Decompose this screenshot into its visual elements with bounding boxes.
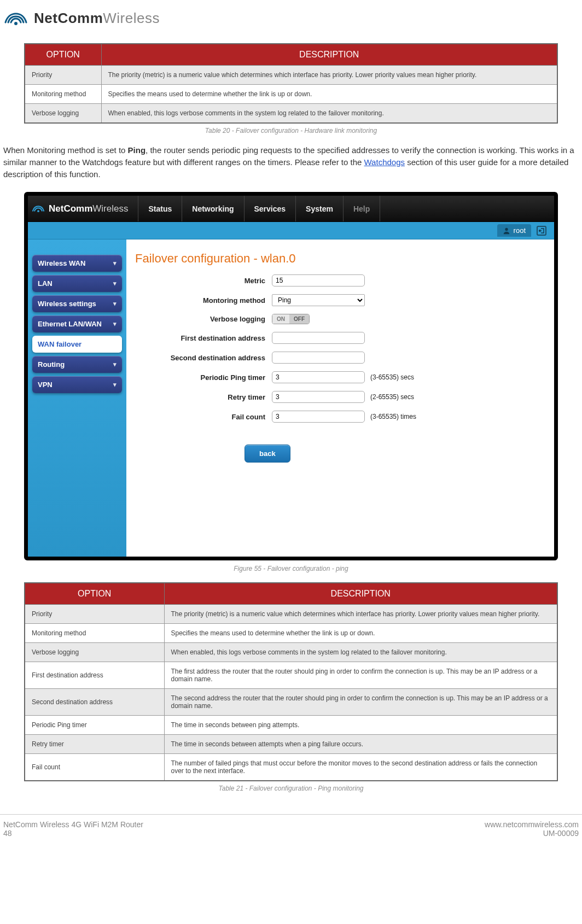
monitoring-method-label: Montoring method (135, 296, 272, 305)
page-header: NetCommWireless (0, 5, 582, 43)
chevron-down-icon: ▾ (113, 280, 117, 287)
option-cell: Priority (25, 66, 101, 85)
sidebar-item-label: WAN failover (38, 340, 82, 348)
sidebar: Wireless WAN▾LAN▾Wireless settings▾Ether… (28, 239, 126, 557)
option-cell: Second destination address (25, 689, 164, 716)
toggle-on: ON (272, 314, 289, 324)
first-destination-label: First destination address (135, 334, 272, 342)
sidebar-item[interactable]: Ethernet LAN/WAN▾ (32, 315, 122, 332)
brand-light: Wireless (103, 10, 160, 26)
table-row: Retry timerThe time in seconds between a… (25, 735, 557, 754)
form-panel: Failover configuration - wlan.0 Metric M… (126, 239, 554, 557)
sidebar-item[interactable]: WAN failover (32, 336, 122, 353)
periodic-ping-timer-label: Periodic Ping timer (135, 373, 272, 382)
svg-point-2 (505, 228, 508, 231)
sidebar-item[interactable]: Wireless WAN▾ (32, 255, 122, 272)
user-name: root (514, 226, 526, 235)
sidebar-item-label: Wireless WAN (38, 259, 85, 267)
footer-doc-id: UM-00009 (485, 829, 579, 838)
brand-logo-text: NetCommWireless (34, 10, 160, 27)
nav-services[interactable]: Services (244, 196, 296, 221)
table-21-header-description: DESCRIPTION (164, 583, 557, 605)
monitoring-method-select[interactable]: Ping (272, 294, 365, 306)
metric-label: Metric (135, 277, 272, 285)
logout-icon[interactable] (537, 226, 546, 236)
panel-title: Failover configuration - wlan.0 (135, 252, 554, 266)
router-ui-screenshot: NetCommWireless Status Networking Servic… (24, 192, 558, 560)
retry-timer-hint: (2-65535) secs (370, 393, 414, 401)
sidebar-item-label: LAN (38, 279, 53, 288)
periodic-ping-timer-hint: (3-65535) secs (370, 373, 414, 381)
description-cell: The priority (metric) is a numeric value… (164, 605, 557, 624)
para-pre: When Monitoring method is set to (3, 145, 128, 155)
option-cell: First destination address (25, 662, 164, 689)
chevron-down-icon: ▾ (113, 300, 117, 307)
back-button[interactable]: back (245, 445, 290, 463)
table-20-wrap: OPTION DESCRIPTION PriorityThe priority … (24, 43, 558, 124)
nav-help[interactable]: Help (343, 196, 380, 221)
table-row: Verbose loggingWhen enabled, this logs v… (25, 643, 557, 662)
topbar-brand-light: Wireless (92, 203, 128, 214)
table-21: OPTION DESCRIPTION PriorityThe priority … (24, 582, 558, 781)
topbar-nav: Status Networking Services System Help (138, 196, 380, 221)
topbar: NetCommWireless Status Networking Servic… (28, 196, 554, 222)
chevron-down-icon: ▾ (113, 381, 117, 388)
sidebar-item-label: Ethernet LAN/WAN (38, 320, 102, 328)
table-21-wrap: OPTION DESCRIPTION PriorityThe priority … (24, 582, 558, 781)
metric-input[interactable] (272, 274, 365, 286)
table-21-caption: Table 21 - Failover configuration - Ping… (2, 785, 580, 792)
table-21-header-option: OPTION (25, 583, 164, 605)
para-bold: Ping (128, 145, 146, 155)
watchdogs-link[interactable]: Watchdogs (364, 157, 405, 167)
table-row: Monitoring methodSpecifies the means use… (25, 624, 557, 643)
table-20-header-description: DESCRIPTION (101, 44, 557, 66)
second-destination-label: Second destination address (135, 354, 272, 362)
fail-count-hint: (3-65535) times (370, 413, 416, 420)
chevron-down-icon: ▾ (113, 361, 117, 368)
retry-timer-label: Retry timer (135, 393, 272, 401)
option-cell: Monitoring method (25, 85, 101, 104)
description-cell: The time in seconds between attempts whe… (164, 735, 557, 754)
table-row: Fail countThe number of failed pings tha… (25, 754, 557, 781)
fail-count-label: Fail count (135, 413, 272, 421)
table-row: PriorityThe priority (metric) is a numer… (25, 605, 557, 624)
first-destination-input[interactable] (272, 332, 365, 344)
chevron-down-icon: ▾ (113, 260, 117, 267)
description-cell: When enabled, this logs verbose comments… (164, 643, 557, 662)
verbose-logging-toggle[interactable]: ON OFF (272, 314, 310, 324)
sidebar-item[interactable]: Wireless settings▾ (32, 295, 122, 312)
option-cell: Retry timer (25, 735, 164, 754)
option-cell: Monitoring method (25, 624, 164, 643)
retry-timer-input[interactable] (272, 391, 365, 403)
fail-count-input[interactable] (272, 411, 365, 423)
table-row: Periodic Ping timerThe time in seconds b… (25, 716, 557, 735)
nav-system[interactable]: System (295, 196, 343, 221)
description-cell: The time in seconds between ping attempt… (164, 716, 557, 735)
sidebar-item[interactable]: VPN▾ (32, 376, 122, 393)
second-destination-input[interactable] (272, 352, 365, 364)
periodic-ping-timer-input[interactable] (272, 371, 365, 383)
body-paragraph: When Monitoring method is set to Ping, t… (3, 144, 579, 180)
sidebar-item[interactable]: LAN▾ (32, 275, 122, 292)
table-row: Second destination addressThe second add… (25, 689, 557, 716)
nav-networking[interactable]: Networking (182, 196, 243, 221)
option-cell: Verbose logging (25, 104, 101, 124)
table-row: Verbose loggingWhen enabled, this logs v… (25, 104, 557, 124)
userbar: root (28, 222, 554, 239)
sidebar-item-label: VPN (38, 381, 53, 389)
current-user[interactable]: root (497, 224, 531, 237)
option-cell: Periodic Ping timer (25, 716, 164, 735)
description-cell: When enabled, this logs verbose comments… (101, 104, 557, 124)
nav-status[interactable]: Status (138, 196, 182, 221)
option-cell: Verbose logging (25, 643, 164, 662)
description-cell: The second address the router that the r… (164, 689, 557, 716)
table-row: Monitoring methodSpecifies the means use… (25, 85, 557, 104)
topbar-brand-bold: NetComm (49, 203, 92, 214)
sidebar-item-label: Wireless settings (38, 300, 96, 308)
toggle-off: OFF (289, 314, 309, 324)
sidebar-item[interactable]: Routing▾ (32, 356, 122, 373)
verbose-logging-label: Verbose logging (135, 315, 272, 323)
page-footer: NetComm Wireless 4G WiFi M2M Router 48 w… (0, 814, 582, 838)
sidebar-item-label: Routing (38, 360, 65, 369)
brand-logo-icon (4, 10, 27, 27)
